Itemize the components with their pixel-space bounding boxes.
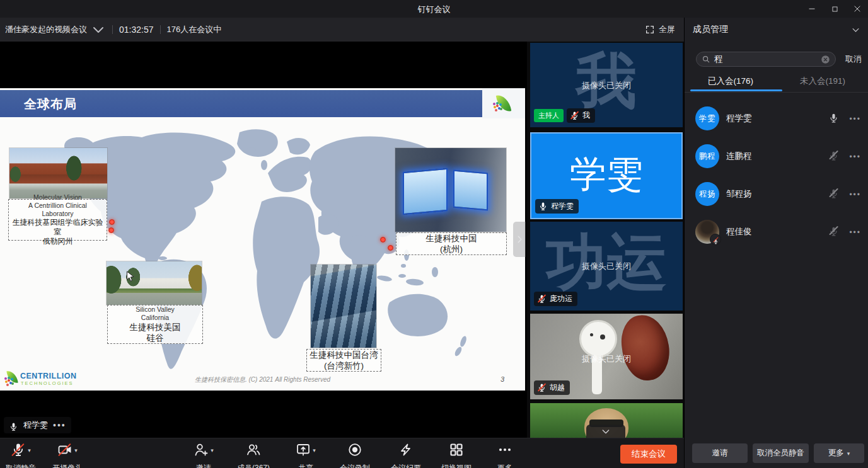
silicon-valley-building-photo [107, 261, 202, 305]
tile-name: 庞功运 [550, 294, 572, 304]
meme-heart [618, 314, 673, 384]
search-cancel-button[interactable]: 取消 [845, 54, 862, 65]
mic-muted-icon [713, 237, 719, 243]
search-icon [702, 55, 710, 64]
strip-scroll-down-button[interactable] [586, 425, 625, 438]
toolbar-share-button[interactable]: ▾ 共享 [285, 438, 327, 468]
clear-search-icon[interactable] [821, 55, 830, 64]
taiwan-building-photo [311, 265, 376, 348]
invite-button[interactable]: 邀请 [692, 443, 748, 463]
toolbar-minutes-button[interactable]: 会议纪要 [382, 438, 430, 468]
minimize-icon [807, 4, 816, 13]
logo-dots-decoration [496, 105, 499, 107]
avatar: 鹏程 [695, 144, 719, 168]
dropdown-caret-icon[interactable]: ▾ [28, 447, 31, 454]
video-thumbnail-strip: 我 摄像头已关闭 主持人 我 学雯 程学雯 功运 摄像头已关 [527, 42, 684, 438]
close-button[interactable] [847, 1, 868, 16]
oregon-line-1: Molecular Vision [9, 193, 107, 202]
mic-muted-icon [828, 150, 839, 161]
member-row[interactable]: 学雯 程学雯 ••• [685, 100, 868, 137]
screen-glow [453, 170, 488, 211]
dropdown-caret-icon[interactable]: ▾ [74, 447, 78, 454]
tile-name-pill: 胡越 [534, 380, 570, 395]
panel-collapse-chevron-icon[interactable] [851, 25, 860, 35]
oregon-label-box: Molecular Vision A Centrillion Clinical … [8, 199, 107, 241]
meeting-title-chevron-down-icon[interactable] [91, 22, 106, 37]
mic-muted-icon [537, 294, 547, 304]
member-mic-button[interactable] [828, 225, 839, 237]
member-row[interactable]: 程扬 邹程扬 ••• [685, 175, 868, 213]
member-row[interactable]: 程佳俊 ••• [685, 213, 868, 251]
avatar-photo [695, 220, 719, 244]
people-icon [246, 442, 261, 457]
more-dots-icon [497, 442, 512, 457]
tab-not-joined[interactable]: 未入会(191) [777, 73, 868, 92]
maximize-button[interactable] [824, 1, 845, 16]
toolbar-record-button[interactable]: 会议录制 [330, 438, 379, 468]
member-row[interactable]: 鹏程 连鹏程 ••• [685, 137, 868, 175]
shared-screen-stage: 全球布局 [0, 42, 527, 438]
end-meeting-button[interactable]: 结束会议 [620, 445, 677, 464]
tile-name-pill: 庞功运 [534, 292, 577, 306]
member-more-button[interactable]: ••• [849, 228, 861, 237]
fullscreen-label: 全屏 [659, 24, 675, 35]
mic-on-icon [538, 202, 548, 211]
meeting-title[interactable]: 潘佳豪发起的视频会议 [5, 24, 87, 35]
record-icon [347, 442, 362, 457]
sv-line-3: 生捷科技美国 [108, 322, 202, 333]
panel-more-button[interactable]: 更多 ▾ [814, 443, 864, 463]
separator [112, 25, 113, 34]
toolbar-label: 成员(367) [227, 463, 280, 468]
screen-share-icon [296, 442, 311, 457]
toolbar-more-button[interactable]: 更多 [484, 438, 526, 468]
member-management-panel: 成员管理 程 取消 已入会(176) 未入会(191) 学雯 程学雯 ••• 鹏… [684, 18, 868, 468]
map-marker-hangzhou [380, 237, 386, 243]
video-tile-me[interactable]: 我 摄像头已关闭 主持人 我 [530, 43, 683, 127]
unmute-all-button[interactable]: 取消全员静音 [753, 443, 809, 463]
camera-off-text: 摄像头已关闭 [530, 353, 683, 365]
fullscreen-button[interactable]: 全屏 [645, 18, 675, 42]
tw-line-1: 生捷科技中国台湾 [307, 350, 381, 360]
map-marker-silicon-valley [108, 227, 114, 233]
video-tile-huyue[interactable]: 摄像头已关闭 胡越 [530, 314, 683, 399]
meeting-duration: 01:32:57 [119, 25, 154, 35]
video-tile-panggongyun[interactable]: 功运 摄像头已关闭 庞功运 [530, 222, 683, 311]
sv-line-1: Silicon Valley [108, 305, 202, 314]
toolbar-unmute-button[interactable]: ▾ 取消静音 [0, 438, 42, 468]
toolbar-invite-button[interactable]: ▾ 邀请 [182, 438, 226, 468]
meme-eye [600, 334, 605, 340]
hz-line-1: 生捷科技中国 [396, 233, 506, 244]
dropdown-caret-icon[interactable]: ▾ [313, 447, 316, 454]
member-more-button[interactable]: ••• [849, 152, 861, 161]
member-search-input[interactable]: 程 [696, 52, 836, 67]
member-more-button[interactable]: ••• [849, 115, 861, 123]
speaker-more-button[interactable]: ••• [53, 423, 66, 428]
stage-next-chevron-button[interactable] [513, 222, 526, 257]
oregon-building-photo [9, 148, 107, 198]
oregon-line-3: Laboratory [9, 210, 107, 218]
member-mic-button[interactable] [828, 112, 839, 123]
tile-name: 程学雯 [551, 201, 574, 212]
mic-on-icon [828, 112, 839, 123]
member-mic-button[interactable] [828, 188, 839, 199]
video-tile-chengxuewen[interactable]: 学雯 程学雯 [530, 132, 683, 219]
chevron-down-icon [601, 426, 611, 437]
member-name: 邹程扬 [726, 188, 752, 200]
active-speaker-name: 程学雯 [23, 419, 48, 431]
toolbar-label: 取消静音 [0, 463, 42, 468]
hangzhou-label-box: 生捷科技中国 (杭州) [396, 232, 507, 255]
member-mic-button[interactable] [828, 150, 839, 161]
toolbar-members-button[interactable]: 成员(367) [227, 438, 280, 468]
toolbar-camera-button[interactable]: ▾ 开摄像头 [45, 438, 90, 468]
avatar: 学雯 [695, 106, 719, 130]
tile-name: 我 [582, 110, 590, 121]
meme-eye [590, 333, 593, 336]
toolbar-view-switch-button[interactable]: 切换视图 [432, 438, 480, 468]
panel-header: 成员管理 [685, 18, 868, 42]
mic-muted-icon [11, 442, 26, 457]
minimize-button[interactable] [801, 1, 823, 16]
taiwan-label-box: 生捷科技中国台湾 (台湾新竹) [306, 349, 381, 372]
member-name: 程佳俊 [726, 226, 752, 237]
member-more-button[interactable]: ••• [849, 190, 861, 199]
dropdown-caret-icon[interactable]: ▾ [211, 447, 214, 454]
